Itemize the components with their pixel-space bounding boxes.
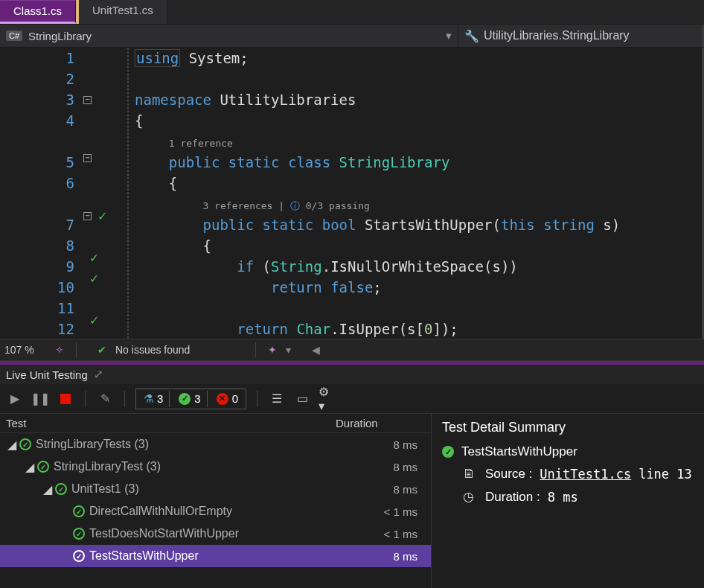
code-editor[interactable]: 1 2 3 4 5 6 7 8 9 10 11 12 − − −✓ ✓ ✓ ✓ …	[0, 48, 704, 339]
intellicode-icon[interactable]: ✧	[55, 344, 64, 356]
test-toolbar: ▶ ❚❚ ✎ ⚗ 3 ✓ 3 ✕ 0 ☰ ▭ ⚙ ▾	[0, 384, 704, 414]
pass-icon: ✓	[73, 528, 85, 540]
source-line: line 13	[639, 467, 692, 482]
settings-button[interactable]: ⚙ ▾	[319, 390, 336, 408]
pass-icon: ✓	[37, 461, 49, 473]
fold-toggle-icon[interactable]: −	[83, 212, 92, 220]
tree-row[interactable]: ✓ DirectCallWithNullOrEmpty < 1 ms	[0, 500, 431, 523]
edit-button[interactable]: ✎	[96, 390, 114, 408]
line-number-gutter: 1 2 3 4 5 6 7 8 9 10 11 12	[0, 48, 83, 339]
test-detail-pane: Test Detail Summary ✓ TestStartsWithUppe…	[432, 414, 704, 588]
panel-title: Live Unit Testing ⤢	[0, 365, 704, 384]
detail-test-name: TestStartsWithUpper	[461, 444, 577, 459]
pass-badge-icon: ✓	[179, 393, 191, 405]
fold-toggle-icon[interactable]: −	[83, 154, 92, 162]
tree-row[interactable]: ✓ TestDoesNotStartWithUpper < 1 ms	[0, 523, 431, 545]
test-tree[interactable]: Test Duration ◢ ✓ StringLibraryTests (3)…	[0, 414, 432, 588]
live-unit-testing-panel: Live Unit Testing ⤢ ▶ ❚❚ ✎ ⚗ 3 ✓ 3 ✕ 0 ☰…	[0, 365, 704, 588]
language-badge: C#	[6, 31, 22, 41]
source-label: Source :	[485, 467, 532, 482]
stop-button[interactable]	[57, 390, 74, 408]
duration-value: 8 ms	[548, 490, 578, 505]
test-counts: ⚗ 3 ✓ 3 ✕ 0	[135, 389, 246, 409]
pass-icon: ✓	[73, 550, 85, 562]
source-icon: 🗎	[463, 467, 478, 482]
member-dropdown[interactable]: 🔧 UtilityLibraries.StringLibrary	[458, 25, 704, 47]
editor-status-bar: 107 % ✧ ✔ No issues found ✦ ▾ ◀	[0, 339, 704, 361]
test-pass-icon: ✓	[89, 251, 99, 265]
count-fail[interactable]: ✕ 0	[211, 391, 244, 407]
source-file-link[interactable]: UnitTest1.cs	[540, 467, 631, 482]
no-issues-label: No issues found	[115, 344, 190, 356]
flask-icon: ⚗	[144, 392, 153, 406]
detail-view-button[interactable]: ▭	[293, 390, 311, 408]
no-issues-icon: ✔	[97, 344, 106, 356]
tree-header: Test Duration	[0, 414, 431, 433]
fail-badge-icon: ✕	[217, 393, 228, 405]
pass-icon: ✓	[73, 505, 85, 517]
pass-icon: ✓	[55, 483, 67, 495]
play-button[interactable]: ▶	[6, 390, 24, 408]
pin-icon[interactable]: ⤢	[94, 368, 103, 381]
count-total[interactable]: ⚗ 3	[138, 391, 170, 407]
scope-label: StringLibrary	[28, 30, 92, 42]
pass-badge-icon: ✓	[442, 446, 454, 458]
tab-class1[interactable]: Class1.cs	[0, 0, 76, 24]
tab-unittest1[interactable]: UnitTest1.cs	[76, 0, 167, 24]
column-duration[interactable]: Duration	[336, 417, 425, 429]
tree-row[interactable]: ✓ TestStartsWithUpper 8 ms	[0, 545, 431, 567]
scope-dropdown[interactable]: C# StringLibrary ▾	[0, 25, 458, 47]
navigation-bar: C# StringLibrary ▾ 🔧 UtilityLibraries.St…	[0, 24, 704, 48]
codelens-test-status[interactable]: ⓘ	[290, 200, 306, 211]
pass-icon: ✓	[19, 438, 31, 450]
code-content[interactable]: using System; namespace UtilityLibraries…	[128, 48, 702, 339]
list-view-button[interactable]: ☰	[268, 390, 286, 408]
fold-toggle-icon[interactable]: −	[83, 96, 92, 104]
tree-row[interactable]: ◢ ✓ StringLibraryTest (3) 8 ms	[0, 456, 431, 478]
tree-row[interactable]: ◢ ✓ UnitTest1 (3) 8 ms	[0, 478, 431, 500]
fold-gutter: − − −✓ ✓ ✓ ✓	[83, 48, 128, 339]
expand-icon[interactable]: ◢	[25, 460, 34, 474]
test-pass-icon: ✓	[89, 313, 99, 327]
chevron-down-icon: ▾	[446, 29, 452, 42]
pause-button[interactable]: ❚❚	[31, 390, 49, 408]
clock-icon: ◷	[463, 489, 478, 505]
expand-icon[interactable]: ◢	[43, 482, 52, 496]
duration-label: Duration :	[485, 490, 540, 505]
spanner-icon: 🔧	[464, 29, 479, 43]
test-pass-icon: ✓	[89, 272, 99, 286]
brush-icon[interactable]: ✦	[268, 344, 277, 356]
tab-bar: Class1.cs UnitTest1.cs	[0, 0, 704, 24]
member-label: UtilityLibraries.StringLibrary	[484, 29, 630, 42]
scroll-left-icon[interactable]: ◀	[312, 344, 320, 356]
tree-row[interactable]: ◢ ✓ StringLibraryTests (3) 8 ms	[0, 433, 431, 456]
column-test[interactable]: Test	[6, 417, 336, 429]
zoom-level[interactable]: 107 %	[4, 344, 49, 356]
count-pass[interactable]: ✓ 3	[173, 391, 207, 407]
detail-title: Test Detail Summary	[442, 420, 694, 435]
expand-icon[interactable]: ◢	[7, 438, 16, 452]
codelens-references[interactable]: 3 references	[203, 200, 273, 211]
test-pass-icon: ✓	[97, 209, 107, 223]
codelens-references[interactable]: 1 reference	[169, 138, 233, 149]
